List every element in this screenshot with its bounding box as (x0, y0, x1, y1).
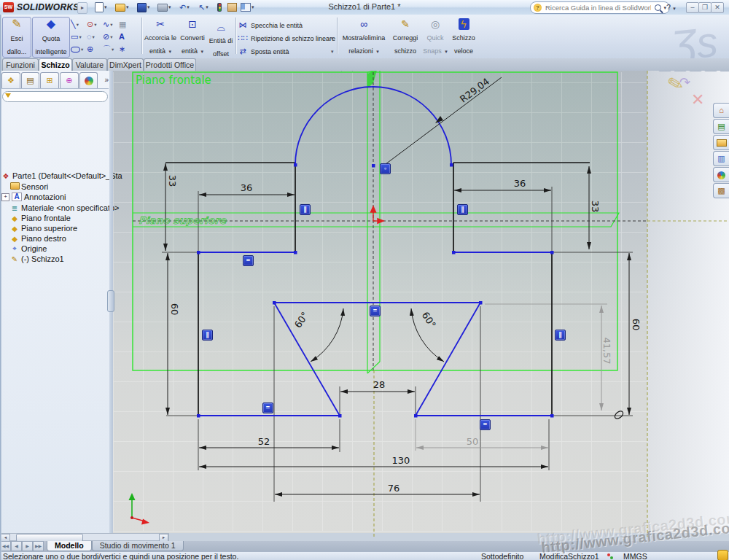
status-mode[interactable]: ModificaSchizzo1 (539, 552, 599, 560)
dim-41-57[interactable]: 41,57 (601, 337, 612, 364)
perimeter-circle-tool[interactable]: ◌▾ (87, 31, 103, 43)
restore-button[interactable]: ❐ (698, 2, 712, 13)
equal-constraint-badge[interactable]: = (370, 306, 381, 316)
mirror-entities-button[interactable]: ⋈ Specchia le entità (238, 19, 337, 31)
spline-tool[interactable]: ∿▾ (103, 18, 119, 31)
equal-constraint-badge[interactable]: = (480, 419, 491, 430)
text-tool[interactable]: A (119, 31, 135, 43)
tree-item-materiale[interactable]: ≣ Materiale <non specificato> (10, 203, 120, 213)
dim-36-left[interactable]: 36 (241, 182, 253, 193)
tree-root-item[interactable]: ❖ Parte1 (Default<<Default>_Sta (1, 171, 122, 181)
file-properties-button[interactable] (226, 1, 238, 13)
display-manager-tab[interactable] (79, 72, 98, 88)
tree-item-piano-superiore[interactable]: ◆ Piano superiore (10, 223, 77, 233)
custom-properties-tab[interactable]: ▩ (713, 183, 729, 198)
tree-item-piano-destro[interactable]: ◆ Piano destro (10, 233, 66, 244)
options-button[interactable]: ▾ (239, 1, 256, 13)
dim-33-right[interactable]: 33 (590, 201, 601, 213)
quick-snaps-button[interactable]: ◎ Quick Snaps ▾ (423, 18, 448, 56)
model-tab[interactable]: Modello (47, 541, 92, 551)
tab-funzioni[interactable]: Funzioni (2, 58, 39, 71)
nav-next-button[interactable]: ▶ (22, 541, 33, 551)
exit-sketch-button[interactable]: ✎ Esci dallo... ▾ (2, 17, 31, 58)
polygon-tool[interactable]: ⊕ (87, 43, 103, 55)
slot-tool[interactable]: ▾ (71, 43, 87, 55)
overflow-icon[interactable]: » (104, 72, 109, 88)
feature-tree-tab[interactable]: ❖ (1, 72, 20, 88)
dim-50[interactable]: 50 (467, 436, 479, 447)
resources-tab[interactable]: ⌂ (713, 103, 729, 118)
undo-button[interactable]: ↶▾ (178, 1, 191, 13)
file-explorer-tab[interactable] (713, 135, 729, 150)
nav-last-button[interactable]: ▶▶ (33, 541, 44, 551)
cancel-sketch-icon[interactable]: ✕ (691, 90, 704, 109)
tab-dimxpert[interactable]: DimXpert (107, 58, 144, 71)
minimize-button[interactable]: – (686, 2, 699, 13)
display-delete-relations-button[interactable]: ∞ Mostra/elimina relazioni ▾ (340, 18, 388, 56)
solidworks-online-tab[interactable] (713, 167, 729, 182)
dim-33-left[interactable]: 33 (167, 175, 178, 187)
tab-schizzo[interactable]: Schizzo (39, 58, 72, 71)
search-input[interactable] (544, 3, 652, 12)
horizontal-scrollbar[interactable]: ◂ ▸ (0, 533, 169, 541)
nav-prev-button[interactable]: ◀ (11, 541, 22, 551)
appearances-tab[interactable]: ▥ (713, 151, 729, 166)
help-search[interactable]: ? ▾ (530, 1, 670, 14)
trim-entities-button[interactable]: ✂ Accorcia le entità ▾ (144, 18, 176, 56)
print-button[interactable]: ▾ (156, 1, 173, 13)
dim-130[interactable]: 130 (392, 455, 410, 466)
property-manager-tab[interactable]: ▤ (21, 72, 40, 88)
help-menu-button[interactable]: ? ▾ (666, 3, 676, 12)
panel-splitter-handle[interactable] (107, 290, 114, 312)
offset-entities-button[interactable]: ⌓ Entità di offset (207, 21, 235, 59)
configuration-manager-tab[interactable]: ⊞ (40, 72, 59, 88)
equal-constraint-badge[interactable]: = (243, 255, 254, 266)
convert-entities-button[interactable]: ⊡ Converti entità ▾ (178, 18, 207, 56)
linear-pattern-button[interactable]: ∷∷ Ripetizione di schizzo lineare ▾ (238, 32, 337, 44)
dim-60-left[interactable]: 60 (169, 303, 180, 316)
point-tool[interactable]: ∗ (119, 43, 135, 55)
parallel-constraint-badge[interactable]: ∥ (555, 330, 566, 341)
parallel-constraint-badge[interactable]: ∥ (300, 204, 311, 215)
quick-tips-icon[interactable] (717, 550, 728, 560)
dim-76[interactable]: 76 (388, 483, 400, 494)
close-button[interactable]: ✕ (711, 2, 724, 13)
rebuild-button[interactable] (216, 1, 223, 13)
parallel-constraint-badge[interactable]: ∥ (457, 204, 468, 215)
design-library-tab[interactable]: ▤ (713, 119, 729, 134)
circle-tool[interactable]: ⊙▾ (87, 18, 103, 31)
tree-item-schizzo1[interactable]: ✎ (-) Schizzo1 (10, 254, 64, 264)
dim-36-right[interactable]: 36 (514, 178, 526, 189)
dim-52[interactable]: 52 (258, 436, 270, 447)
tab-prodotti-office[interactable]: Prodotti Office (144, 58, 196, 71)
dimxpert-manager-tab[interactable]: ⊕ (60, 72, 79, 88)
tree-item-sensori[interactable]: Sensori (10, 182, 48, 192)
repair-sketch-button[interactable]: ✎ Correggi schizzo (389, 18, 421, 56)
smart-dimension-button[interactable]: ◆ Quota intelligente ▾ (32, 17, 70, 58)
parallel-constraint-badge[interactable]: ∥ (202, 330, 213, 341)
tree-filter-input[interactable] (2, 91, 108, 102)
tree-item-annotazioni[interactable]: + A Annotazioni (1, 192, 66, 202)
new-document-button[interactable]: ▾ (93, 1, 109, 13)
menu-flyout-button[interactable]: ▸ (77, 2, 87, 14)
motion-study-tab[interactable]: Studio di movimento 1 (92, 541, 184, 551)
coincident-constraint-badge[interactable]: ▫ (380, 163, 391, 174)
tab-valutare[interactable]: Valutare (72, 58, 107, 71)
search-icon[interactable] (655, 4, 661, 11)
nav-first-button[interactable]: ◀◀ (0, 541, 11, 551)
equal-constraint-badge[interactable]: = (262, 402, 273, 413)
fillet-tool[interactable]: ⌒▾ (103, 43, 119, 55)
rapid-sketch-button[interactable]: ϟ Schizzo veloce (449, 18, 478, 56)
move-entities-button[interactable]: ⇄ Sposta entità ▾ (238, 45, 337, 58)
dim-28[interactable]: 28 (373, 379, 386, 390)
ellipse-tool[interactable]: ⊘▾ (103, 31, 119, 43)
expand-icon[interactable]: + (1, 193, 9, 201)
tree-item-origine[interactable]: ⌖ Origine (10, 244, 47, 254)
dim-60-right[interactable]: 60 (631, 319, 642, 331)
save-button[interactable]: ▾ (136, 1, 152, 13)
select-button[interactable]: ↖▾ (197, 1, 210, 13)
select-region-tool[interactable]: ▦ (119, 18, 135, 31)
rectangle-tool[interactable]: ▭▾ (71, 31, 87, 43)
open-button[interactable]: ▾ (114, 1, 130, 13)
line-tool[interactable]: ╲▾ (71, 18, 87, 31)
